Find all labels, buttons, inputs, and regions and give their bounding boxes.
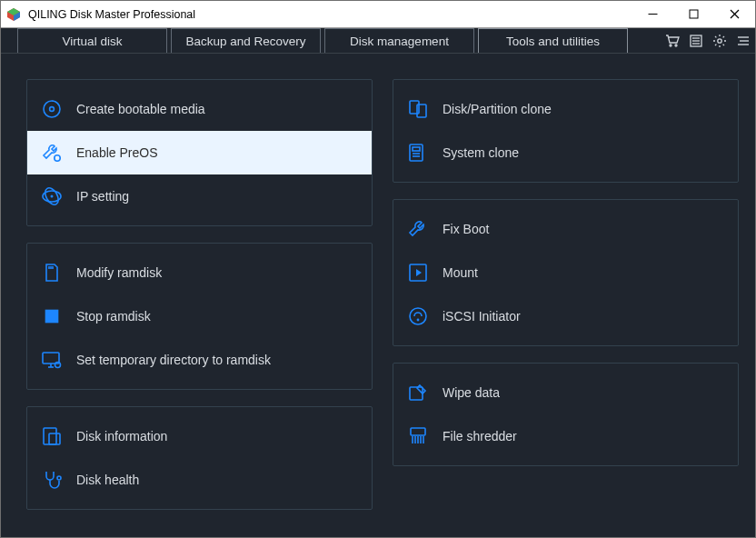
cart-icon[interactable] [661,28,684,53]
svg-point-42 [410,308,426,324]
item-label: iSCSI Initiator [443,309,521,324]
sdcard-icon [40,261,64,284]
item-label: Create bootable media [76,102,205,116]
tab-label: Virtual disk [63,35,123,48]
maximize-button[interactable] [673,1,714,27]
left-column: Create bootable media Enable PreOS IP se… [26,79,373,521]
shredder-icon [406,424,430,448]
item-label: Stop ramdisk [76,309,151,324]
tab-label: Backup and Recovery [185,35,305,48]
svg-point-22 [51,195,54,198]
item-label: Enable PreOS [76,145,158,160]
list-icon[interactable] [684,28,708,53]
svg-rect-4 [690,10,698,18]
item-enable-preos[interactable]: Enable PreOS [27,131,372,174]
item-label: Modify ramdisk [76,265,162,280]
menu-icon[interactable] [731,28,755,53]
group-diskinfo: Disk information Disk health [26,406,373,510]
gear-icon[interactable] [708,28,731,53]
iscsi-icon [406,304,430,328]
wrench-gear-icon [40,141,64,164]
clone-icon [406,97,430,121]
system-clone-icon [406,141,430,164]
stethoscope-icon [40,468,64,492]
svg-point-18 [50,107,55,112]
stop-icon [40,304,64,328]
svg-point-8 [675,45,677,46]
svg-marker-41 [416,269,422,276]
svg-point-13 [718,38,721,42]
item-set-temp-dir-ramdisk[interactable]: Set temporary directory to ramdisk [27,338,372,382]
tab-tools-utilities[interactable]: Tools and utilities [478,28,628,53]
svg-rect-44 [410,387,423,400]
svg-point-33 [57,476,61,480]
monitor-gear-icon [40,348,64,372]
main-panel: Create bootable media Enable PreOS IP se… [1,54,755,537]
tab-label: Disk management [350,35,449,48]
app-logo-icon [6,7,21,22]
item-label: Mount [443,265,478,280]
tabs-bar: Virtual disk Backup and Recovery Disk ma… [1,28,755,54]
group-wipe: Wipe data File shredder [393,363,739,466]
item-label: Set temporary directory to ramdisk [76,353,271,367]
wipe-icon [406,381,430,404]
item-stop-ramdisk[interactable]: Stop ramdisk [27,294,372,338]
svg-point-7 [670,45,671,46]
item-label: Fix Boot [443,222,489,236]
item-label: Wipe data [443,385,500,400]
disc-icon [40,97,64,121]
item-ip-setting[interactable]: IP setting [27,174,372,218]
svg-rect-45 [411,428,425,435]
group-ramdisk: Modify ramdisk Stop ramdisk Set temporar… [26,243,373,390]
tab-virtual-disk[interactable]: Virtual disk [17,28,167,53]
svg-rect-32 [49,433,60,444]
network-icon [40,184,64,208]
item-disk-partition-clone[interactable]: Disk/Partition clone [393,87,738,131]
play-icon [406,261,430,284]
close-button[interactable] [714,1,755,27]
svg-point-19 [55,155,60,161]
group-boot: Create bootable media Enable PreOS IP se… [26,79,373,226]
item-label: File shredder [443,429,517,443]
item-file-shredder[interactable]: File shredder [393,414,738,458]
item-disk-information[interactable]: Disk information [27,414,372,458]
svg-rect-26 [45,310,59,324]
item-label: Disk information [76,429,167,443]
right-column: Disk/Partition clone System clone Fix Bo… [393,79,739,521]
svg-rect-37 [413,147,420,151]
item-label: System clone [443,145,519,160]
app-window: QILING Disk Master Professional Virtual … [0,0,756,538]
item-mount[interactable]: Mount [393,251,738,294]
svg-point-43 [417,319,420,322]
item-label: Disk/Partition clone [443,102,552,116]
item-label: Disk health [76,473,139,487]
item-disk-health[interactable]: Disk health [27,458,372,502]
item-wipe-data[interactable]: Wipe data [393,371,738,414]
group-mount: Fix Boot Mount iSCSI Initiator [393,199,739,346]
tab-disk-management[interactable]: Disk management [324,28,474,53]
item-create-bootable-media[interactable]: Create bootable media [27,87,372,131]
minimize-button[interactable] [632,1,673,27]
group-clone: Disk/Partition clone System clone [393,79,739,183]
item-modify-ramdisk[interactable]: Modify ramdisk [27,251,372,294]
item-label: IP setting [76,189,129,204]
titlebar: QILING Disk Master Professional [1,1,755,28]
item-system-clone[interactable]: System clone [393,131,738,174]
tab-backup-recovery[interactable]: Backup and Recovery [171,28,321,53]
drive-icon [40,424,64,448]
tab-label: Tools and utilities [506,35,600,48]
svg-rect-31 [44,428,56,444]
window-title: QILING Disk Master Professional [28,8,195,21]
item-fix-boot[interactable]: Fix Boot [393,207,738,251]
wrench-icon [406,217,430,241]
item-iscsi-initiator[interactable]: iSCSI Initiator [393,294,738,338]
